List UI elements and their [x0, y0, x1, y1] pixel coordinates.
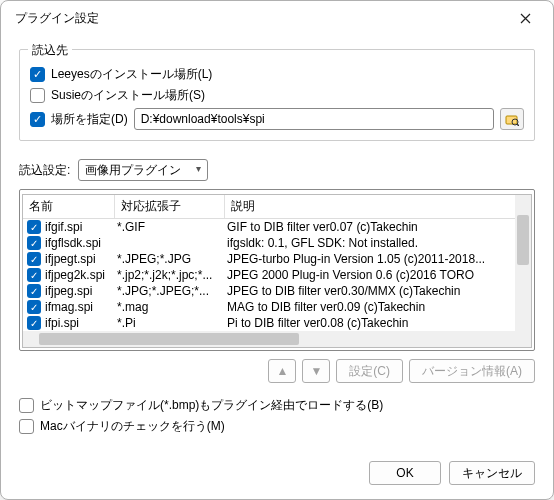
item-desc: JPEG 2000 Plug-in Version 0.6 (c)2016 TO… — [227, 268, 527, 282]
item-checkbox-icon: ✓ — [27, 252, 41, 266]
settings-button[interactable]: 設定(C) — [336, 359, 403, 383]
bmp-checkbox-row[interactable]: ビットマップファイル(*.bmp)もプラグイン経由でロードする(B) — [19, 397, 535, 414]
item-checkbox-icon: ✓ — [27, 316, 41, 330]
item-checkbox-icon: ✓ — [27, 236, 41, 250]
checkbox-unchecked-icon — [30, 88, 45, 103]
list-item[interactable]: ✓ifpi.spi*.PiPi to DIB filter ver0.08 (c… — [23, 315, 531, 331]
list-item[interactable]: ✓ifjpegt.spi*.JPEG;*.JPGJPEG-turbo Plug-… — [23, 251, 531, 267]
load-setting-value: 画像用プラグイン — [85, 162, 181, 179]
col-desc[interactable]: 説明 — [225, 195, 531, 218]
item-ext: *.jp2;*.j2k;*.jpc;*... — [117, 268, 227, 282]
item-ext: *.JPEG;*.JPG — [117, 252, 227, 266]
scroll-thumb-v[interactable] — [517, 215, 529, 265]
list-item[interactable]: ✓ifmag.spi*.magMAG to DIB filter ver0.09… — [23, 299, 531, 315]
dialog-window: プラグイン設定 読込先 ✓ Leeyesのインストール場所(L) Susieのイ… — [0, 0, 554, 500]
scroll-thumb-h[interactable] — [39, 333, 299, 345]
load-source-group: 読込先 ✓ Leeyesのインストール場所(L) Susieのインストール場所(… — [19, 49, 535, 141]
item-name: ifgif.spi — [45, 220, 117, 234]
close-icon — [520, 13, 531, 24]
titlebar: プラグイン設定 — [1, 1, 553, 35]
scrollbar-horizontal[interactable] — [23, 331, 515, 347]
list-item[interactable]: ✓ifgif.spi*.GIFGIF to DIB filter ver0.07… — [23, 219, 531, 235]
version-info-button[interactable]: バージョン情報(A) — [409, 359, 535, 383]
load-setting-label: 読込設定: — [19, 162, 70, 179]
susie-checkbox-row[interactable]: Susieのインストール場所(S) — [30, 87, 524, 104]
item-ext: *.Pi — [117, 316, 227, 330]
cancel-button[interactable]: キャンセル — [449, 461, 535, 485]
svg-line-2 — [517, 124, 519, 126]
item-checkbox-icon: ✓ — [27, 284, 41, 298]
load-setting-select[interactable]: 画像用プラグイン — [78, 159, 208, 181]
checkbox-checked-icon: ✓ — [30, 67, 45, 82]
item-name: ifjpegt.spi — [45, 252, 117, 266]
item-desc: JPEG to DIB filter ver0.30/MMX (c)Takech… — [227, 284, 527, 298]
specify-checkbox[interactable]: ✓ — [30, 112, 45, 127]
item-name: ifpi.spi — [45, 316, 117, 330]
list-item[interactable]: ✓ifjpeg.spi*.JPG;*.JPEG;*...JPEG to DIB … — [23, 283, 531, 299]
mac-checkbox-row[interactable]: Macバイナリのチェックを行う(M) — [19, 418, 535, 435]
search-folder-icon — [505, 112, 519, 126]
item-checkbox-icon: ✓ — [27, 220, 41, 234]
browse-button[interactable] — [500, 108, 524, 130]
item-desc: MAG to DIB filter ver0.09 (c)Takechin — [227, 300, 527, 314]
path-input[interactable] — [134, 108, 494, 130]
item-name: ifjpeg.spi — [45, 284, 117, 298]
item-desc: JPEG-turbo Plug-in Version 1.05 (c)2011-… — [227, 252, 527, 266]
leeyes-label: Leeyesのインストール場所(L) — [51, 66, 212, 83]
list-item[interactable]: ✓ifgflsdk.spiifgsldk: 0.1, GFL SDK: Not … — [23, 235, 531, 251]
item-ext: *.mag — [117, 300, 227, 314]
scrollbar-vertical[interactable] — [515, 195, 531, 347]
dialog-title: プラグイン設定 — [15, 10, 99, 27]
susie-label: Susieのインストール場所(S) — [51, 87, 205, 104]
item-name: ifmag.spi — [45, 300, 117, 314]
load-source-label: 読込先 — [28, 42, 72, 59]
leeyes-checkbox-row[interactable]: ✓ Leeyesのインストール場所(L) — [30, 66, 524, 83]
list-item[interactable]: ✓ifjpeg2k.spi*.jp2;*.j2k;*.jpc;*...JPEG … — [23, 267, 531, 283]
checkbox-unchecked-icon — [19, 419, 34, 434]
move-down-button[interactable]: ▼ — [302, 359, 330, 383]
checkbox-unchecked-icon — [19, 398, 34, 413]
item-desc: GIF to DIB filter ver0.07 (c)Takechin — [227, 220, 527, 234]
plugin-rows: ✓ifgif.spi*.GIFGIF to DIB filter ver0.07… — [23, 219, 531, 345]
item-desc: ifgsldk: 0.1, GFL SDK: Not installed. — [227, 236, 527, 250]
item-ext: *.GIF — [117, 220, 227, 234]
close-button[interactable] — [505, 4, 545, 32]
item-name: ifjpeg2k.spi — [45, 268, 117, 282]
plugin-list-group: 名前 対応拡張子 説明 ✓ifgif.spi*.GIFGIF to DIB fi… — [19, 189, 535, 351]
ok-button[interactable]: OK — [369, 461, 441, 485]
specify-label: 場所を指定(D) — [51, 111, 128, 128]
bmp-label: ビットマップファイル(*.bmp)もプラグイン経由でロードする(B) — [40, 397, 383, 414]
move-up-button[interactable]: ▲ — [268, 359, 296, 383]
item-ext: *.JPG;*.JPEG;*... — [117, 284, 227, 298]
item-checkbox-icon: ✓ — [27, 300, 41, 314]
list-header: 名前 対応拡張子 説明 — [23, 195, 531, 219]
col-name[interactable]: 名前 — [23, 195, 115, 218]
item-name: ifgflsdk.spi — [45, 236, 117, 250]
svg-rect-0 — [506, 116, 517, 124]
item-desc: Pi to DIB filter ver0.08 (c)Takechin — [227, 316, 527, 330]
item-checkbox-icon: ✓ — [27, 268, 41, 282]
mac-label: Macバイナリのチェックを行う(M) — [40, 418, 225, 435]
col-ext[interactable]: 対応拡張子 — [115, 195, 225, 218]
